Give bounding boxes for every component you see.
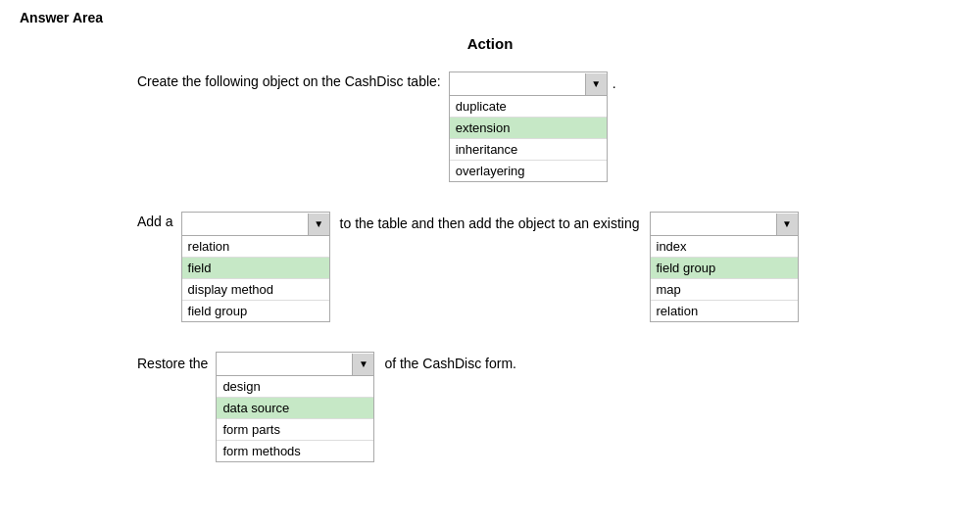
row2-left-item-relation[interactable]: relation <box>182 236 329 258</box>
row2-right-item-index[interactable]: index <box>651 236 798 258</box>
row2-left-item-display-method[interactable]: display method <box>182 279 329 301</box>
row3-item-form-methods[interactable]: form methods <box>217 441 373 461</box>
row1: Create the following object on the CashD… <box>137 72 960 182</box>
row2-left-dropdown-header[interactable]: ▼ <box>182 213 329 236</box>
row2-label-before: Add a <box>137 212 173 229</box>
row2-left-item-field-group[interactable]: field group <box>182 301 329 321</box>
row1-item-duplicate[interactable]: duplicate <box>450 96 607 118</box>
row2-left-dropdown-container: ▼ relation field display method field gr… <box>181 212 330 322</box>
row1-item-extension[interactable]: extension <box>450 118 607 139</box>
answer-area-title: Answer Area <box>20 10 960 25</box>
row3-dropdown-arrow[interactable]: ▼ <box>352 354 373 375</box>
row1-dropdown-arrow[interactable]: ▼ <box>585 73 607 95</box>
row3-item-design[interactable]: design <box>217 376 373 398</box>
row1-dropdown-header[interactable]: ▼ <box>450 72 607 96</box>
row1-item-overlayering[interactable]: overlayering <box>450 161 607 181</box>
row3: Restore the ▼ design data source form pa… <box>137 352 960 462</box>
row1-dropdown-container: ▼ duplicate extension inheritance overla… <box>449 72 608 182</box>
row1-selected-text <box>450 82 585 86</box>
row3-selected-text <box>217 362 352 366</box>
row1-dropdown-box: ▼ duplicate extension inheritance overla… <box>449 72 608 182</box>
row2-label-after: to the table and then add the object to … <box>330 212 650 233</box>
row2-left-dropdown-box: ▼ relation field display method field gr… <box>181 212 330 322</box>
row2: Add a ▼ relation field display method fi… <box>137 212 960 322</box>
section-title: Action <box>20 35 960 52</box>
row3-label-before: Restore the <box>137 352 208 371</box>
row2-right-dropdown-container: ▼ index field group map relation <box>650 212 799 322</box>
row2-right-dropdown-box: ▼ index field group map relation <box>650 212 799 322</box>
row3-dropdown-container: ▼ design data source form parts form met… <box>216 352 374 462</box>
row2-left-dropdown-arrow[interactable]: ▼ <box>308 214 329 235</box>
row2-right-dropdown-header[interactable]: ▼ <box>651 213 798 236</box>
row1-label: Create the following object on the CashD… <box>137 72 441 89</box>
row2-right-dropdown-arrow[interactable]: ▼ <box>776 214 798 235</box>
row1-period: . <box>608 72 616 91</box>
row3-item-form-parts[interactable]: form parts <box>217 419 373 441</box>
row2-left-selected-text <box>182 222 308 226</box>
row3-label-after: of the CashDisc form. <box>384 352 516 371</box>
row2-right-selected-text <box>651 222 776 226</box>
row3-item-data-source[interactable]: data source <box>217 398 373 419</box>
row1-item-inheritance[interactable]: inheritance <box>450 139 607 161</box>
row2-right-item-relation[interactable]: relation <box>651 301 798 321</box>
row2-left-item-field[interactable]: field <box>182 258 329 279</box>
row2-right-item-field-group[interactable]: field group <box>651 258 798 279</box>
row3-dropdown-box: ▼ design data source form parts form met… <box>216 352 374 462</box>
row3-dropdown-header[interactable]: ▼ <box>217 353 373 376</box>
row2-right-item-map[interactable]: map <box>651 279 798 301</box>
